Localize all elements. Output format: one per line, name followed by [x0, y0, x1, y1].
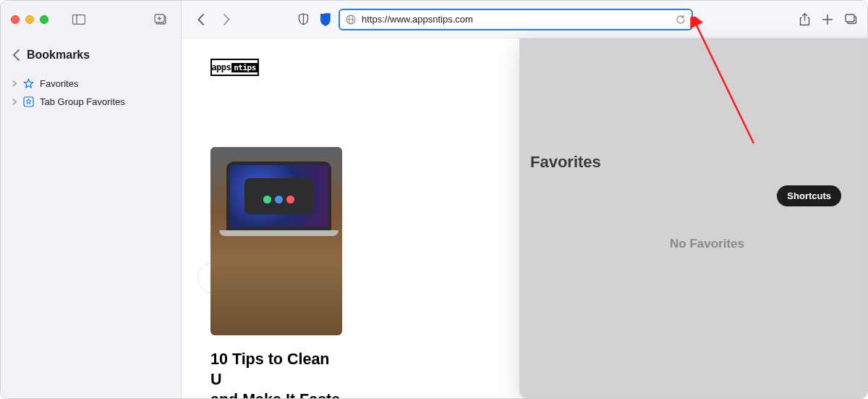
- toolbar-right-tools: [799, 13, 857, 26]
- logo-text-b: ntips: [231, 63, 258, 72]
- minimize-window-button[interactable]: [25, 15, 34, 24]
- chevron-right-icon: [12, 98, 17, 105]
- tab-group-star-icon: [23, 96, 34, 107]
- privacy-indicators: [298, 13, 331, 26]
- article-card-left[interactable]: 10 Tips to Clean U and Make It Faste: [210, 147, 342, 398]
- bookmarks-sidebar: Bookmarks Favorites Tab Group Favori: [1, 1, 182, 398]
- site-logo[interactable]: appsntips: [210, 59, 259, 76]
- sidebar-back-button[interactable]: [12, 49, 20, 61]
- sidebar-toolbar: [1, 1, 181, 38]
- nav-back-button[interactable]: [192, 11, 209, 28]
- category-badge[interactable]: Shortcuts: [777, 185, 841, 206]
- address-bar[interactable]: [339, 9, 693, 30]
- fullscreen-window-button[interactable]: [40, 15, 48, 24]
- dropdown-heading: Favorites: [530, 153, 868, 172]
- close-window-button[interactable]: [11, 15, 20, 24]
- sidebar-item-label: Tab Group Favorites: [40, 96, 125, 107]
- new-tab-group-icon[interactable]: [150, 11, 171, 28]
- globe-icon: [346, 14, 356, 25]
- article-title: 10 Tips to Clean U and Make It Faste: [210, 350, 342, 398]
- new-tab-plus-icon[interactable]: [822, 14, 833, 25]
- sidebar-item-tab-group-favorites[interactable]: Tab Group Favorites: [5, 93, 176, 111]
- share-icon[interactable]: [799, 13, 810, 26]
- bookmarks-list: Favorites Tab Group Favorites: [1, 72, 181, 114]
- window-traffic-lights: [11, 15, 48, 24]
- browser-window: Bookmarks Favorites Tab Group Favori: [0, 0, 868, 399]
- sidebar-item-label: Favorites: [40, 78, 78, 89]
- svg-rect-0: [73, 15, 85, 25]
- sidebar-toggle-icon[interactable]: [69, 11, 89, 28]
- nav-forward-button[interactable]: [218, 11, 235, 28]
- logo-text-a: apps: [211, 62, 231, 72]
- extension-shield-icon[interactable]: [319, 13, 331, 26]
- star-icon: [23, 78, 34, 89]
- svg-rect-14: [846, 14, 854, 22]
- chevron-right-icon: [12, 80, 17, 87]
- privacy-shield-icon[interactable]: [298, 13, 309, 25]
- tab-overview-icon[interactable]: [845, 14, 857, 25]
- urlbar-container: [244, 9, 785, 30]
- urlbar-suggestions-dropdown: Favorites No Favorites: [519, 38, 868, 398]
- sidebar-item-favorites[interactable]: Favorites: [5, 75, 176, 93]
- sidebar-header: Bookmarks: [1, 38, 181, 72]
- dropdown-empty-text: No Favorites: [519, 237, 868, 251]
- sidebar-title: Bookmarks: [27, 49, 90, 62]
- main-area: appsntips: [182, 1, 867, 398]
- reload-icon[interactable]: [676, 14, 686, 25]
- url-input[interactable]: [362, 14, 670, 25]
- article-image: [210, 147, 342, 335]
- browser-toolbar: [182, 1, 867, 38]
- svg-rect-6: [24, 97, 33, 106]
